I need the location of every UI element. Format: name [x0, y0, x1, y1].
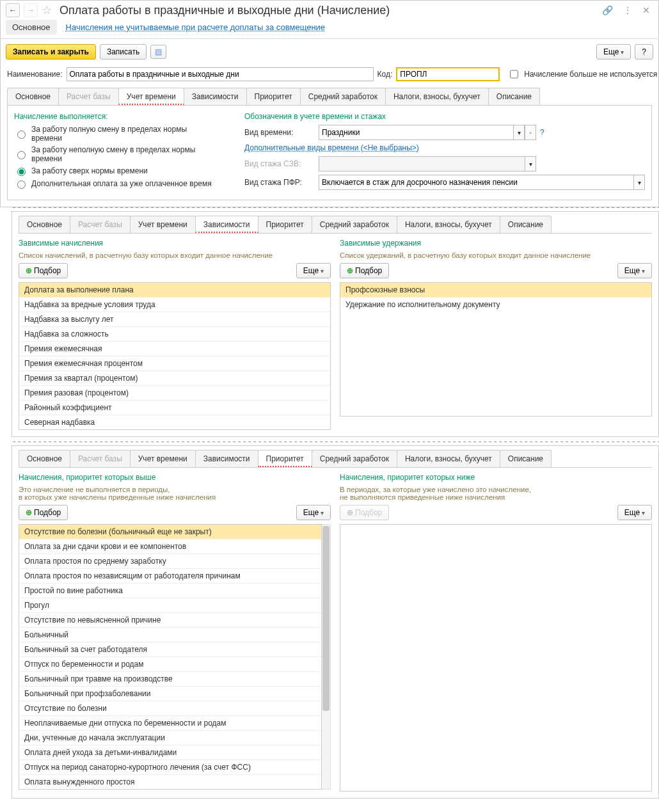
- list-item[interactable]: Удержание по исполнительному документу: [340, 298, 651, 312]
- list-item[interactable]: Оплата вынужденного простоя: [19, 775, 321, 789]
- list-item[interactable]: Больничный: [19, 628, 321, 642]
- deps-tabs: Основное Расчет базы Учет времени Зависи…: [19, 216, 652, 234]
- list-item[interactable]: Больничный за счет работодателя: [19, 642, 321, 657]
- dropdown-icon[interactable]: ▾: [513, 125, 525, 140]
- list-item[interactable]: Премия ежемесячная процентом: [19, 356, 330, 371]
- tab-deps[interactable]: Зависимости: [195, 450, 258, 467]
- name-code-row: Наименование: Код: Начисление больше не …: [1, 65, 658, 84]
- tab-prio[interactable]: Приоритет: [258, 216, 312, 233]
- prio-left-list[interactable]: Отсутствие по болезни (больничный еще не…: [19, 524, 322, 790]
- list-item[interactable]: Больничный при травме на производстве: [19, 672, 321, 687]
- list-item[interactable]: Оплата простоя по среднему заработку: [19, 554, 321, 569]
- deps-right-list[interactable]: Профсоюзные взносыУдержание по исполните…: [340, 282, 652, 417]
- tab-avg[interactable]: Средний заработок: [312, 450, 397, 467]
- list-item[interactable]: Оплата дней ухода за детьми-инвалидами: [19, 745, 321, 760]
- radio-full-shift[interactable]: [17, 131, 26, 139]
- list-item[interactable]: Премия ежемесячная: [19, 342, 330, 356]
- tab-main[interactable]: Основное: [19, 450, 70, 467]
- list-item[interactable]: Больничный при профзаболевании: [19, 687, 321, 701]
- list-item[interactable]: Оплата простоя по независящим от работод…: [19, 569, 321, 584]
- link-icon[interactable]: 🔗: [599, 4, 616, 17]
- list-item[interactable]: Надбавка за вредные условия труда: [19, 298, 330, 312]
- list-item[interactable]: Прогул: [19, 598, 321, 613]
- tab-avg[interactable]: Средний заработок: [312, 216, 397, 233]
- deps-left-hint: Список начислений, в расчетную базу кото…: [19, 251, 331, 259]
- list-item[interactable]: Районный коэффициент: [19, 401, 330, 415]
- tab-main[interactable]: Основное: [7, 88, 59, 105]
- scrollbar[interactable]: [322, 524, 331, 790]
- tab-time[interactable]: Учет времени: [130, 216, 196, 233]
- tab-tax[interactable]: Налоги, взносы, бухучет: [397, 216, 500, 233]
- subnav-main[interactable]: Основное: [6, 20, 57, 35]
- favorite-star-icon[interactable]: ☆: [42, 3, 52, 17]
- code-input[interactable]: [396, 67, 500, 81]
- kebab-icon[interactable]: ⋮: [620, 4, 635, 17]
- list-item[interactable]: Профсоюзные взносы: [340, 283, 651, 298]
- tab-main[interactable]: Основное: [19, 216, 70, 233]
- tab-base[interactable]: Расчет базы: [70, 450, 131, 467]
- pick-button[interactable]: ⊕Подбор: [340, 263, 389, 278]
- dropdown-icon[interactable]: ▾: [525, 156, 536, 171]
- forward-button[interactable]: →: [24, 3, 38, 17]
- tab-base[interactable]: Расчет базы: [70, 216, 131, 233]
- extra-time-types-link[interactable]: Дополнительные виды времени (<Не выбраны…: [244, 143, 419, 152]
- list-item[interactable]: Отсутствие по болезни (больничный еще не…: [19, 525, 321, 539]
- save-button[interactable]: Записать: [100, 44, 147, 60]
- pick-button[interactable]: ⊕Подбор: [19, 263, 68, 278]
- dropdown-icon[interactable]: ▾: [633, 175, 645, 190]
- radio-extra-pay[interactable]: [17, 180, 26, 189]
- tab-time[interactable]: Учет времени: [130, 450, 196, 467]
- not-used-checkbox[interactable]: [510, 70, 518, 79]
- more-button[interactable]: Еще: [617, 505, 652, 520]
- tab-deps[interactable]: Зависимости: [184, 88, 247, 105]
- tab-base[interactable]: Расчет базы: [58, 88, 119, 105]
- list-item[interactable]: Неоплачиваемые дни отпуска по беременнос…: [19, 716, 321, 731]
- more-button[interactable]: Еще: [296, 263, 331, 278]
- list-item[interactable]: Отсутствие по невыясненной причине: [19, 613, 321, 628]
- plus-icon: ⊕: [26, 508, 32, 517]
- subnav-link[interactable]: Начисления не учитываемые при расчете до…: [66, 20, 326, 35]
- tab-desc[interactable]: Описание: [488, 88, 540, 105]
- more-button[interactable]: Еще: [617, 263, 652, 278]
- tab-tax[interactable]: Налоги, взносы, бухучет: [397, 450, 500, 467]
- more-button[interactable]: Еще: [596, 44, 631, 60]
- radio-over-norm[interactable]: [17, 168, 26, 176]
- list-item[interactable]: Надбавка за выслугу лет: [19, 312, 330, 327]
- pfr-input[interactable]: [319, 175, 633, 190]
- close-icon[interactable]: ✕: [639, 4, 653, 17]
- tab-avg[interactable]: Средний заработок: [300, 88, 386, 105]
- tab-desc[interactable]: Описание: [500, 450, 552, 467]
- tab-prio[interactable]: Приоритет: [246, 88, 301, 105]
- list-item[interactable]: Дни, учтенные до начала эксплуатации: [19, 731, 321, 745]
- more-button[interactable]: Еще: [296, 505, 331, 520]
- list-item[interactable]: Северная надбавка: [19, 415, 330, 429]
- list-item[interactable]: Премия за квартал (процентом): [19, 371, 330, 386]
- list-item[interactable]: Оплата за дни сдачи крови и ее компонент…: [19, 539, 321, 554]
- list-item[interactable]: Простой по вине работника: [19, 584, 321, 598]
- list-item[interactable]: Премия разовая (процентом): [19, 386, 330, 401]
- tab-tax[interactable]: Налоги, взносы, бухучет: [385, 88, 489, 105]
- list-item[interactable]: Отпуск на период санаторно-курортного ле…: [19, 760, 321, 775]
- open-icon[interactable]: ▫: [525, 125, 536, 140]
- tab-prio[interactable]: Приоритет: [258, 450, 312, 467]
- list-item[interactable]: Отсутствие по болезни: [19, 701, 321, 716]
- tab-deps[interactable]: Зависимости: [195, 216, 258, 233]
- document-icon: ▤: [155, 47, 162, 56]
- pick-button[interactable]: ⊕Подбор: [19, 505, 68, 520]
- report-icon-button[interactable]: ▤: [150, 45, 166, 59]
- help-button[interactable]: ?: [635, 44, 653, 60]
- list-item[interactable]: Отпуск по беременности и родам: [19, 657, 321, 672]
- list-item[interactable]: Надбавка за сложность: [19, 327, 330, 342]
- prio-right-list[interactable]: [340, 524, 652, 792]
- radio-partial-shift[interactable]: [17, 151, 26, 159]
- back-button[interactable]: ←: [6, 3, 20, 17]
- help-icon[interactable]: ?: [540, 128, 544, 137]
- list-item[interactable]: Доплата за выполнение плана: [19, 283, 330, 298]
- name-label: Наименование:: [7, 70, 63, 79]
- deps-left-list[interactable]: Доплата за выполнение планаНадбавка за в…: [19, 282, 331, 430]
- tab-time[interactable]: Учет времени: [118, 88, 184, 105]
- tab-desc[interactable]: Описание: [500, 216, 552, 233]
- save-and-close-button[interactable]: Записать и закрыть: [6, 44, 96, 60]
- name-input[interactable]: [67, 67, 374, 81]
- time-type-input[interactable]: [319, 125, 513, 140]
